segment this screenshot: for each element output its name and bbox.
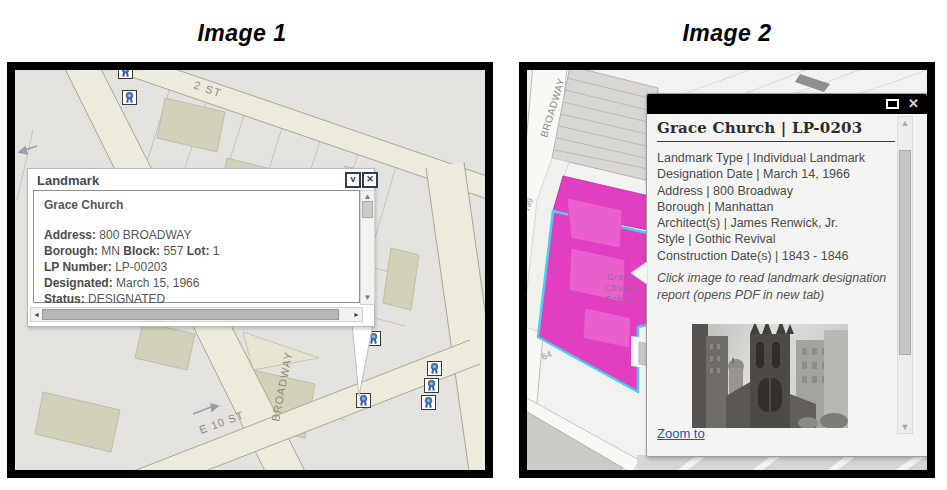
field-label: Borough: xyxy=(44,244,98,258)
image1-map-viewport: 2 ST BROADWAY E 10 ST Landmark v ✕ Grace… xyxy=(7,62,493,478)
field-value: 1 xyxy=(213,244,220,258)
field-value: 557 xyxy=(163,244,183,258)
popup-title: Grace Church | LP-0203 xyxy=(657,119,862,137)
field-label: Status: xyxy=(44,292,85,306)
designation-report-note: Click image to read landmark designation… xyxy=(657,270,897,304)
attribute-row: Style | Gothic Revival xyxy=(657,231,895,247)
image1-title: Image 1 xyxy=(7,20,477,47)
popup-content: Grace Church Address: 800 BROADWAY Borou… xyxy=(33,190,360,303)
popup-title: Landmark xyxy=(37,173,99,188)
grace-church-popup: ✕ Grace Church | LP-0203 Landmark Type |… xyxy=(646,93,928,457)
field-value: 800 BROADWAY xyxy=(99,228,191,242)
popup-tail xyxy=(630,260,648,286)
popup-titlebar: ✕ xyxy=(647,94,927,114)
vertical-scrollbar[interactable]: ▲ ▼ xyxy=(360,190,375,305)
collapse-icon[interactable]: v xyxy=(345,172,361,188)
zoom-to-link[interactable]: Zoom to xyxy=(657,426,705,441)
horizontal-scrollbar[interactable]: ◄ ► xyxy=(30,307,363,322)
field-label: Address: xyxy=(44,228,96,242)
attribute-row: Construction Date(s) | 1843 - 1846 xyxy=(657,248,895,264)
field-value: MN xyxy=(101,244,120,258)
attribute-row: Landmark Type | Individual Landmark xyxy=(657,150,895,166)
close-icon[interactable]: ✕ xyxy=(362,172,378,188)
svg-text:School: School xyxy=(605,294,637,304)
scroll-up-icon[interactable]: ▲ xyxy=(898,118,912,128)
attribute-row: Borough | Manhattan xyxy=(657,199,895,215)
landmark-icon[interactable] xyxy=(428,362,442,376)
field-status: Status: DESIGNATED xyxy=(44,291,349,307)
landmark-icon[interactable] xyxy=(422,396,436,410)
scroll-thumb[interactable] xyxy=(362,201,373,218)
field-value: March 15, 1966 xyxy=(116,276,199,290)
field-label: Block: xyxy=(123,244,160,258)
landmark-name: Grace Church xyxy=(44,197,349,213)
scroll-down-icon[interactable]: ▼ xyxy=(898,422,912,432)
scroll-thumb[interactable] xyxy=(42,309,339,320)
scroll-down-icon[interactable]: ▼ xyxy=(361,293,374,303)
field-label: LP Number: xyxy=(44,260,112,274)
field-value: DESIGNATED xyxy=(88,292,165,306)
landmark-popup: Landmark v ✕ Grace Church Address: 800 B… xyxy=(27,168,375,327)
field-label: Lot: xyxy=(187,244,210,258)
field-label: Designated: xyxy=(44,276,113,290)
field-address: Address: 800 BROADWAY xyxy=(44,227,349,243)
field-lp-number: LP Number: LP-00203 xyxy=(44,259,349,275)
field-designated: Designated: March 15, 1966 xyxy=(44,275,349,291)
church-photo[interactable] xyxy=(692,324,848,428)
image2-title: Image 2 xyxy=(519,20,935,47)
landmark-icon[interactable] xyxy=(123,91,137,105)
maximize-icon[interactable] xyxy=(886,99,899,109)
attribute-row: Designation Date | March 14, 1966 xyxy=(657,166,895,182)
field-value: LP-00203 xyxy=(115,260,167,274)
gothic-tower xyxy=(750,324,794,428)
landmark-icon[interactable] xyxy=(425,379,439,393)
close-icon[interactable]: ✕ xyxy=(908,96,919,111)
image2-map-viewport: BROADWAY 799 64 Grace Church School ✕ Gr… xyxy=(519,62,935,478)
landmark-icon[interactable] xyxy=(119,70,133,79)
attribute-row: Architect(s) | James Renwick, Jr. xyxy=(657,215,895,231)
popup-tail xyxy=(345,324,390,402)
attribute-rows: Landmark Type | Individual Landmark Desi… xyxy=(657,150,895,264)
scroll-thumb[interactable] xyxy=(899,150,911,355)
scroll-left-icon[interactable]: ◄ xyxy=(31,308,42,321)
scroll-right-icon[interactable]: ► xyxy=(351,308,362,321)
title-divider xyxy=(657,141,895,142)
vertical-scrollbar[interactable]: ▲ ▼ xyxy=(897,116,913,434)
field-borough-block-lot: Borough: MN Block: 557 Lot: 1 xyxy=(44,243,349,259)
attribute-row: Address | 800 Broadway xyxy=(657,183,895,199)
